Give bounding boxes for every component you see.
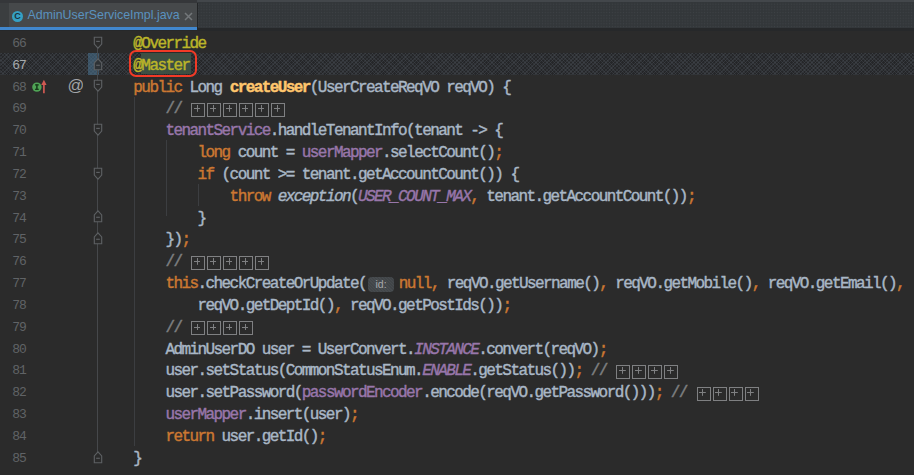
svg-text:@: @: [67, 78, 83, 94]
